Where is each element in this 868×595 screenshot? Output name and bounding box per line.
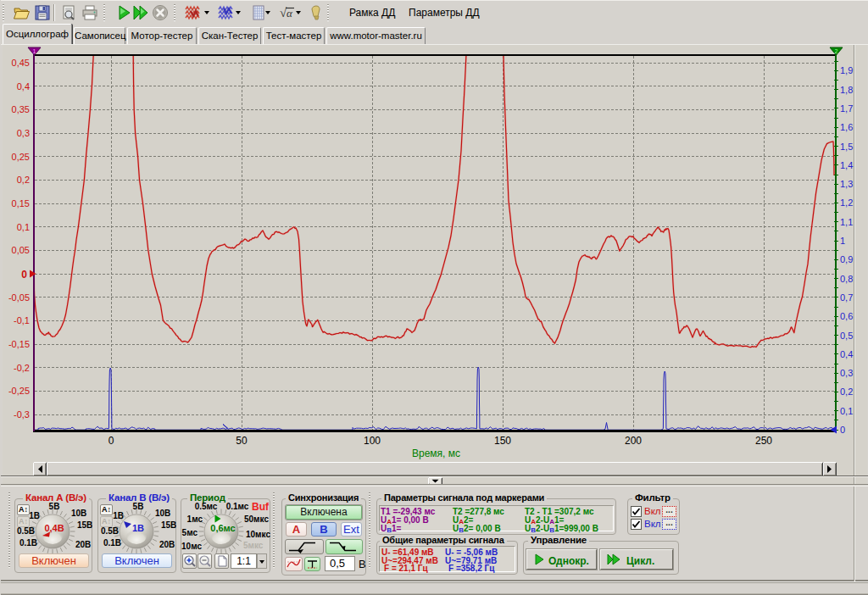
svg-text:1,3: 1,3	[840, 179, 853, 189]
svg-text:α: α	[287, 7, 293, 19]
svg-text:0,9: 0,9	[840, 254, 853, 264]
svg-text:0,35: 0,35	[12, 104, 30, 114]
svg-text:1,5: 1,5	[840, 142, 853, 152]
svg-text:-0,1: -0,1	[14, 315, 30, 325]
svg-text:5мкс: 5мкс	[243, 541, 264, 550]
svg-text:0,8: 0,8	[840, 274, 853, 284]
svg-text:1,1: 1,1	[840, 217, 853, 227]
svg-text:1,8: 1,8	[840, 85, 853, 95]
svg-text:1мс: 1мс	[187, 514, 203, 524]
svg-text:0,6мс: 0,6мс	[210, 523, 235, 533]
svg-text:200: 200	[625, 435, 642, 447]
svg-text:0: 0	[108, 435, 114, 447]
svg-text:0,4: 0,4	[840, 349, 853, 359]
svg-text:1,4: 1,4	[840, 160, 853, 170]
svg-text:0.5В: 0.5В	[101, 526, 119, 536]
svg-text:1: 1	[840, 236, 845, 246]
svg-text:0,7: 0,7	[840, 292, 853, 303]
svg-text:0.1мс: 0.1мс	[226, 502, 249, 511]
svg-text:5В: 5В	[133, 502, 144, 511]
svg-text:10В: 10В	[71, 509, 86, 518]
svg-text:0.5мс: 0.5мс	[195, 502, 218, 511]
svg-text:-0,25: -0,25	[8, 386, 30, 396]
svg-text:1: 1	[33, 48, 36, 54]
svg-text:1В: 1В	[113, 511, 124, 520]
svg-text:0,1: 0,1	[840, 406, 853, 416]
svg-text:0: 0	[21, 269, 27, 281]
svg-text:20В: 20В	[75, 540, 91, 549]
svg-text:0,45: 0,45	[12, 58, 30, 68]
svg-text:1,6: 1,6	[840, 122, 853, 132]
svg-text:5В: 5В	[49, 502, 60, 511]
svg-text:15В: 15В	[161, 520, 176, 530]
svg-text:0,25: 0,25	[12, 152, 30, 162]
svg-text:1В: 1В	[29, 511, 40, 520]
svg-text:0,1: 0,1	[17, 222, 30, 232]
svg-text:0: 0	[840, 425, 845, 435]
svg-text:1,2: 1,2	[840, 197, 853, 208]
svg-text:10мкс: 10мкс	[246, 530, 270, 539]
svg-text:1,9: 1,9	[840, 65, 853, 75]
svg-text:-0,05: -0,05	[8, 292, 30, 303]
svg-text:20В: 20В	[159, 540, 175, 549]
svg-text:0.5В: 0.5В	[17, 526, 35, 536]
svg-text:-0,2: -0,2	[14, 363, 30, 373]
svg-text:250: 250	[755, 435, 772, 447]
svg-text:10мс: 10мс	[181, 542, 202, 551]
svg-text:1В: 1В	[132, 523, 144, 533]
svg-text:100: 100	[364, 435, 381, 447]
svg-text:0,5: 0,5	[840, 331, 853, 341]
svg-text:Время, мс: Время, мс	[412, 448, 460, 459]
svg-text:10В: 10В	[155, 509, 170, 518]
svg-text:0,3: 0,3	[17, 128, 30, 138]
svg-text:1,7: 1,7	[840, 103, 853, 114]
svg-text:0,2: 0,2	[17, 175, 30, 185]
svg-text:50: 50	[236, 435, 248, 447]
svg-text:0,3: 0,3	[840, 368, 853, 378]
svg-text:0,05: 0,05	[12, 245, 30, 255]
svg-text:0,2: 0,2	[840, 386, 853, 397]
svg-text:-0,15: -0,15	[8, 339, 30, 349]
svg-text:0.1В: 0.1В	[19, 538, 37, 548]
svg-text:0.1В: 0.1В	[103, 538, 121, 548]
svg-text:0,6: 0,6	[840, 311, 853, 321]
svg-text:-0,3: -0,3	[14, 409, 30, 420]
svg-text:2: 2	[835, 48, 838, 54]
svg-text:150: 150	[494, 435, 511, 447]
svg-text:0,15: 0,15	[12, 198, 30, 209]
svg-text:0,4: 0,4	[17, 81, 30, 92]
svg-text:50мкс: 50мкс	[244, 514, 269, 524]
svg-text:15В: 15В	[77, 520, 92, 530]
svg-text:0,4В: 0,4В	[44, 523, 64, 533]
svg-text:Buf: Buf	[252, 501, 270, 513]
svg-text:5мс: 5мс	[182, 528, 198, 537]
